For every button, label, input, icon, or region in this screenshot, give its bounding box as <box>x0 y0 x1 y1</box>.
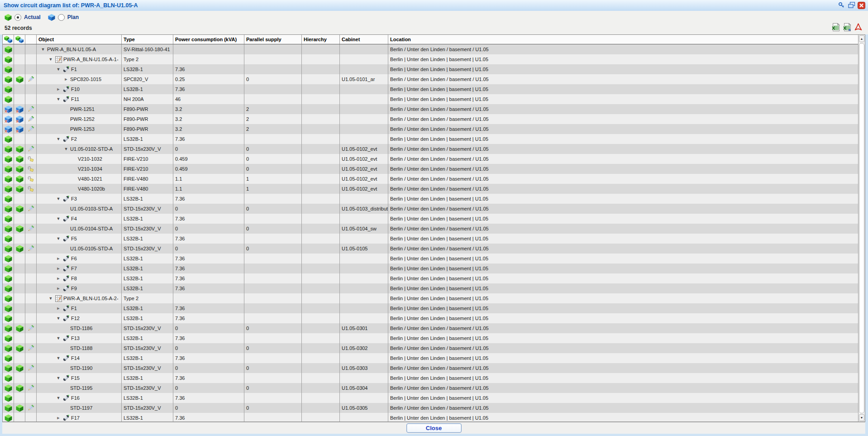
table-row[interactable]: ▼PWR-A_BLN-U1.05-ASV-Rittal-160-180-41Be… <box>3 44 858 54</box>
table-row[interactable]: ▼F16LS32B-17.36Berlin | Unter den Linden… <box>3 393 858 403</box>
table-row[interactable]: ►F7LS32B-17.36Berlin | Unter den Linden … <box>3 264 858 273</box>
pencil-icon[interactable] <box>27 145 34 153</box>
table-row[interactable]: STD-1188STD-15x230V_V00U1.05-0302Berlin … <box>3 343 858 353</box>
expand-arrow-icon[interactable]: ► <box>56 283 61 293</box>
expand-arrow-icon[interactable]: ► <box>56 303 61 313</box>
object-label[interactable]: SPC820-1015 <box>70 74 101 84</box>
table-row[interactable]: STD-1197STD-15x230V_V00U1.05-0305Berlin … <box>3 403 858 413</box>
object-label[interactable]: F15 <box>71 373 80 383</box>
edit-column-header[interactable] <box>25 35 37 44</box>
table-row[interactable]: STD-1190STD-15x230V_V00U1.05-0303Berlin … <box>3 363 858 373</box>
radio-plan[interactable] <box>58 14 65 21</box>
column-header-type[interactable]: Type <box>122 35 173 44</box>
pencil-icon[interactable] <box>27 325 34 332</box>
object-label[interactable]: PWR-A_BLN-U1.05-A-1- <box>63 54 119 64</box>
collapse-arrow-icon[interactable]: ▼ <box>56 64 61 74</box>
collapse-arrow-icon[interactable]: ▼ <box>56 94 61 104</box>
excel-annotate-export-icon[interactable]: a <box>843 23 851 31</box>
object-label[interactable]: STD-1195 <box>70 383 92 393</box>
object-label[interactable]: F4 <box>71 214 77 224</box>
object-label[interactable]: V480-1020b <box>78 184 105 194</box>
table-row[interactable]: V210-1034FIRE-V2100.4590U1.05-0102_evtBe… <box>3 164 858 174</box>
table-row[interactable]: ►F1LS32B-17.36Berlin | Unter den Linden … <box>3 303 858 313</box>
object-label[interactable]: PWR-1253 <box>70 124 95 134</box>
excel-export-icon[interactable] <box>831 23 840 31</box>
column-header-location[interactable]: Location <box>388 35 858 44</box>
pencil-icon[interactable] <box>27 345 34 352</box>
table-row[interactable]: ▼F5LS32B-17.36Berlin | Unter den Linden … <box>3 234 858 244</box>
tag-icon[interactable] <box>27 155 34 163</box>
table-row[interactable]: xxPWR-1253F890-PWR3.22Berlin / Unter den… <box>3 124 858 134</box>
table-row[interactable]: ►F10LS32B-17.36Berlin | Unter den Linden… <box>3 84 858 94</box>
object-label[interactable]: STD-1188 <box>70 343 92 353</box>
status-plan-column-header[interactable] <box>14 35 25 44</box>
object-label[interactable]: U1.05-0105-STD-A <box>70 244 113 254</box>
collapse-arrow-icon[interactable]: ▼ <box>56 393 61 403</box>
table-row[interactable]: V210-1032FIRE-V2100.4590U1.05-0102_evtBe… <box>3 154 858 164</box>
object-label[interactable]: F11 <box>71 94 79 104</box>
key-icon[interactable] <box>838 1 845 9</box>
object-label[interactable]: F14 <box>71 353 80 363</box>
object-label[interactable]: PWR-1252 <box>70 114 95 124</box>
table-row[interactable]: U1.05-0103-STD-ASTD-15x230V_V00U1.05-010… <box>3 204 858 214</box>
collapse-arrow-icon[interactable]: ▼ <box>56 373 61 383</box>
table-row[interactable]: ►F9LS32B-17.36Berlin | Unter den Linden … <box>3 283 858 293</box>
table-row[interactable]: STD-1195STD-15x230V_V00U1.05-0304Berlin … <box>3 383 858 393</box>
table-row[interactable]: ▼F11NH 200A46Berlin | Unter den Linden |… <box>3 94 858 104</box>
pencil-icon[interactable] <box>27 105 34 113</box>
tag-icon[interactable] <box>27 185 34 192</box>
object-label[interactable]: F2 <box>71 134 77 144</box>
pencil-icon[interactable] <box>27 384 34 392</box>
table-row[interactable]: xxPWR-1251F890-PWR3.22Berlin / Unter den… <box>3 104 858 114</box>
collapse-arrow-icon[interactable]: ▼ <box>56 214 61 224</box>
table-row[interactable]: xxPWR-1252F890-PWR3.22Berlin / Unter den… <box>3 114 858 124</box>
table-row[interactable]: ▼U1.05-0102-STD-ASTD-15x230V_V00U1.05-01… <box>3 144 858 154</box>
scrollbar-thumb[interactable] <box>859 43 864 413</box>
column-header-parallel[interactable]: Parallel supply <box>244 35 302 44</box>
expand-arrow-icon[interactable]: ► <box>56 273 61 283</box>
object-label[interactable]: F9 <box>71 283 77 293</box>
collapse-arrow-icon[interactable]: ▼ <box>56 353 61 363</box>
table-row[interactable]: ▼F12LS32B-17.36Berlin | Unter den Linden… <box>3 313 858 323</box>
column-header-object[interactable]: Object <box>37 35 122 44</box>
close-icon[interactable] <box>858 1 865 9</box>
object-label[interactable]: F13 <box>71 333 80 343</box>
object-label[interactable]: F6 <box>71 254 77 264</box>
object-label[interactable]: PWR-A_BLN-U1.05-A <box>47 44 96 54</box>
table-row[interactable]: ▼F2LS32B-17.36Berlin | Unter den Linden … <box>3 134 858 144</box>
vertical-scrollbar[interactable]: ▲ ▼ <box>858 35 865 422</box>
pencil-icon[interactable] <box>27 125 34 133</box>
expand-arrow-icon[interactable]: ► <box>63 74 69 84</box>
table-row[interactable]: ▼F14LS32B-17.36Berlin | Unter den Linden… <box>3 353 858 363</box>
radio-actual[interactable] <box>14 14 21 21</box>
expand-arrow-icon[interactable]: ► <box>56 84 61 94</box>
table-row[interactable]: ▼F13LS32B-17.36Berlin | Unter den Linden… <box>3 333 858 343</box>
pencil-icon[interactable] <box>27 404 34 412</box>
table-row[interactable]: ►SPC820-1015SPC820_V0.250U1.05-0101_arBe… <box>3 74 858 84</box>
object-label[interactable]: F8 <box>71 273 77 283</box>
object-label[interactable]: V210-1032 <box>78 154 102 164</box>
object-label[interactable]: V210-1034 <box>78 164 102 174</box>
collapse-arrow-icon[interactable]: ▼ <box>63 144 69 154</box>
table-row[interactable]: V480-1020bFIRE-V4801.11U1.05-0102_evtBer… <box>3 184 858 194</box>
pencil-icon[interactable] <box>27 115 34 123</box>
scroll-up-icon[interactable]: ▲ <box>859 35 864 42</box>
collapse-arrow-icon[interactable]: ▼ <box>56 194 61 204</box>
table-row[interactable]: ▼F15LS32B-17.36Berlin | Unter den Linden… <box>3 373 858 383</box>
object-label[interactable]: PWR-1251 <box>70 104 95 114</box>
status-actual-column-header[interactable] <box>3 35 14 44</box>
object-label[interactable]: PWR-A_BLN-U1.05-A-2- <box>63 293 119 303</box>
object-label[interactable]: F16 <box>71 393 80 403</box>
pencil-icon[interactable] <box>27 205 34 212</box>
pencil-icon[interactable] <box>27 225 34 232</box>
pencil-icon[interactable] <box>27 245 34 252</box>
table-row[interactable]: STD-1186STD-15x230V_V00U1.05-0301Berlin … <box>3 323 858 333</box>
object-label[interactable]: V480-1021 <box>78 174 102 184</box>
table-row[interactable]: U1.05-0105-STD-ASTD-15x230V_V00U1.05-010… <box>3 244 858 254</box>
table-row[interactable]: ►F6LS32B-17.36Berlin | Unter den Linden … <box>3 254 858 264</box>
collapse-arrow-icon[interactable]: ▼ <box>40 44 46 54</box>
tag-icon[interactable] <box>27 165 34 172</box>
column-header-cabinet[interactable]: Cabinet <box>340 35 388 44</box>
object-label[interactable]: F12 <box>71 313 80 323</box>
table-row[interactable]: U1.05-0104-STD-ASTD-15x230V_V00U1.05-010… <box>3 224 858 234</box>
